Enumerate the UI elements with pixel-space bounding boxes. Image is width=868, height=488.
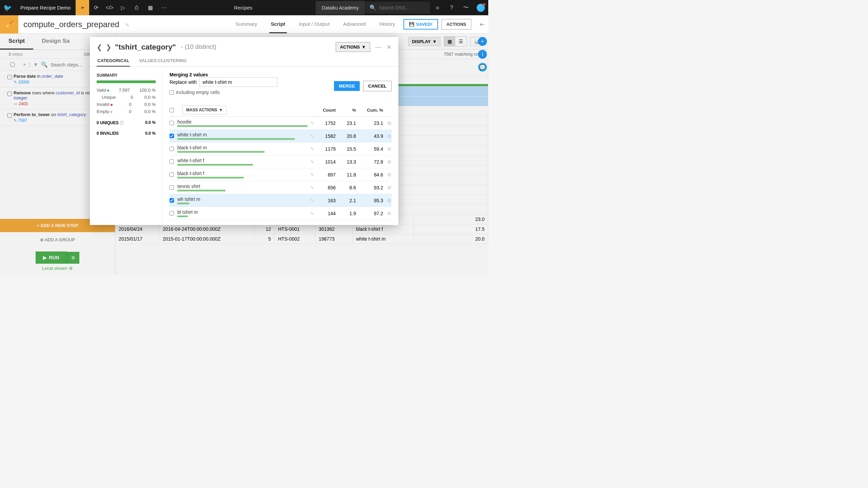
- tab-advanced[interactable]: Advanced: [341, 16, 368, 33]
- edit-icon[interactable]: ✎: [310, 159, 314, 165]
- tab-summary[interactable]: Summary: [234, 16, 259, 33]
- value-label: tennis shirt: [177, 184, 308, 189]
- value-row[interactable]: white t-shirt f✎101413.372.8⚙: [170, 155, 392, 168]
- value-row[interactable]: black t-shirt f✎89711.884.6⚙: [170, 168, 392, 181]
- value-count: 656: [317, 185, 336, 190]
- value-checkbox[interactable]: [170, 172, 174, 177]
- print-icon[interactable]: ⎙: [130, 0, 143, 15]
- tab-categorical[interactable]: CATEGORICAL: [97, 55, 130, 67]
- academy-link[interactable]: Dataiku Academy: [316, 1, 365, 15]
- code-icon[interactable]: </>: [103, 0, 116, 15]
- help-icon[interactable]: ?: [445, 0, 458, 15]
- value-cum: 23.1: [356, 120, 383, 126]
- value-row[interactable]: bl tshirt m✎1441.997.2⚙: [170, 207, 392, 220]
- tab-script[interactable]: Script: [269, 16, 287, 33]
- saved-button[interactable]: 💾SAVED!: [403, 19, 438, 30]
- value-row[interactable]: black t-shirt m✎117915.559.4⚙: [170, 143, 392, 155]
- value-pct: 23.1: [336, 120, 356, 126]
- value-cum: 59.4: [356, 146, 383, 152]
- close-icon[interactable]: ✕: [387, 43, 392, 51]
- gear-icon[interactable]: ⚙: [383, 159, 392, 165]
- tab-clustering[interactable]: VALUES CLUSTERING: [138, 55, 187, 67]
- merge-title: Merging 2 values: [170, 72, 277, 77]
- value-row[interactable]: wh tshirt m✎1632.195.3⚙: [170, 194, 392, 207]
- value-label: black t-shirt f: [177, 171, 308, 176]
- edit-icon[interactable]: ✎: [310, 198, 314, 203]
- value-checkbox[interactable]: [170, 185, 174, 190]
- value-checkbox[interactable]: [170, 121, 174, 125]
- value-checkbox[interactable]: [170, 147, 174, 151]
- value-label: black t-shirt m: [177, 145, 308, 150]
- search-input[interactable]: [379, 5, 426, 11]
- gear-icon[interactable]: ⚙: [383, 120, 392, 126]
- apps-icon[interactable]: ⨳: [431, 0, 444, 15]
- cycle-icon[interactable]: ⟳: [89, 0, 103, 15]
- tab-io[interactable]: Input / Output: [297, 16, 331, 33]
- cancel-button[interactable]: CANCEL: [363, 81, 392, 91]
- summary-row: Empty00.0 %: [97, 108, 156, 115]
- actions-button[interactable]: ACTIONS: [441, 19, 472, 30]
- edit-icon[interactable]: ✎: [310, 172, 314, 177]
- minimize-icon[interactable]: —: [375, 43, 381, 51]
- value-bar: [177, 177, 244, 179]
- value-count: 1014: [317, 159, 336, 165]
- gear-icon[interactable]: ⚙: [383, 211, 392, 216]
- edit-icon[interactable]: ✎: [310, 146, 314, 152]
- empty-cells-checkbox[interactable]: [170, 90, 174, 95]
- project-title[interactable]: Prepare Recipe Demo: [15, 5, 76, 11]
- save-icon: 💾: [409, 22, 414, 27]
- value-count: 1752: [317, 120, 336, 126]
- edit-name-icon[interactable]: ✎: [125, 22, 130, 28]
- gear-icon[interactable]: ⚙: [383, 146, 392, 152]
- value-checkbox[interactable]: [170, 198, 174, 203]
- value-checkbox[interactable]: [170, 211, 174, 215]
- search-icon: 🔍: [370, 4, 376, 11]
- gear-icon[interactable]: ⚙: [383, 198, 392, 203]
- value-row[interactable]: tennis shirt✎6568.693.2⚙: [170, 181, 392, 194]
- gear-icon[interactable]: ⚙: [383, 133, 392, 139]
- value-label: wh tshirt m: [177, 196, 308, 202]
- tab-history[interactable]: History: [378, 16, 397, 33]
- nav-recipes[interactable]: Recipes: [229, 5, 257, 11]
- prev-column-icon[interactable]: ❮: [97, 43, 102, 51]
- value-count: 1179: [317, 146, 336, 152]
- value-row[interactable]: white t-shirt m✎158220.843.9⚙: [170, 130, 392, 143]
- value-bar: [177, 190, 225, 191]
- next-column-icon[interactable]: ❯: [106, 43, 112, 51]
- collapse-icon[interactable]: ⇤: [476, 21, 488, 28]
- flow-icon[interactable]: ➣: [76, 0, 89, 15]
- avatar[interactable]: [477, 4, 485, 12]
- gear-icon[interactable]: ⚙: [383, 185, 392, 190]
- modal-actions-button[interactable]: ACTIONS ▼: [336, 42, 370, 52]
- search-dss[interactable]: 🔍: [366, 2, 430, 14]
- mass-actions-button[interactable]: MASS ACTIONS ▼: [182, 106, 226, 114]
- summary-row: Valid7,597100.0 %: [97, 87, 156, 94]
- replace-input[interactable]: [199, 77, 277, 87]
- value-checkbox[interactable]: [170, 159, 174, 164]
- values-header: MASS ACTIONS ▼ Count % Cum. %: [170, 104, 392, 117]
- play-icon[interactable]: ▷: [116, 0, 130, 15]
- merge-button[interactable]: MERGE: [334, 81, 360, 91]
- value-cum: 93.2: [356, 185, 383, 190]
- edit-icon[interactable]: ✎: [310, 211, 314, 216]
- activity-icon[interactable]: 〜: [459, 0, 473, 15]
- value-checkbox[interactable]: [170, 134, 174, 138]
- dashboard-icon[interactable]: ▦: [143, 0, 157, 15]
- edit-icon[interactable]: ✎: [310, 120, 314, 126]
- value-bar: [177, 151, 264, 153]
- value-row[interactable]: hoodie✎175223.123.1⚙: [170, 117, 392, 130]
- edit-icon[interactable]: ✎: [310, 133, 314, 139]
- select-all-values[interactable]: [170, 108, 174, 112]
- value-cum: 84.6: [356, 172, 383, 177]
- value-cum: 95.3: [356, 198, 383, 203]
- edit-icon[interactable]: ✎: [310, 185, 314, 190]
- value-bar: [177, 138, 295, 140]
- more-icon[interactable]: ⋯: [157, 0, 171, 15]
- gear-icon[interactable]: ⚙: [383, 172, 392, 177]
- value-pct: 2.1: [336, 198, 356, 203]
- value-pct: 11.8: [336, 172, 356, 177]
- logo-icon[interactable]: 🐦: [0, 0, 15, 15]
- value-cum: 97.2: [356, 211, 383, 216]
- info-icon[interactable]: ⓘ: [120, 120, 124, 125]
- modal-overlay: ❮ ❯ "tshirt_category" - (10 distinct) AC…: [0, 34, 488, 275]
